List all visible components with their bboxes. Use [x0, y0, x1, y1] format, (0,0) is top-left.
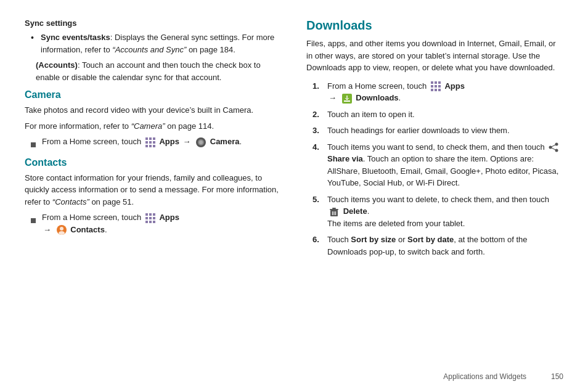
svg-rect-15	[145, 217, 148, 219]
sync-bullet-text: Sync events/tasks: Displays the General …	[41, 31, 282, 55]
step-5: 5. Touch items you want to delete, to ch…	[312, 194, 563, 230]
svg-rect-30	[431, 89, 433, 91]
step-4-num: 4.	[312, 141, 322, 189]
svg-rect-14	[153, 213, 155, 216]
step-1-text: From a Home screen, touch Apps	[327, 80, 465, 104]
svg-rect-28	[435, 85, 437, 88]
step-2: 2. Touch an item to open it.	[312, 108, 563, 121]
svg-point-11	[199, 141, 203, 144]
svg-rect-43	[332, 208, 336, 209]
step-5-text: Touch items you want to delete, to check…	[327, 194, 563, 230]
svg-rect-19	[149, 221, 152, 223]
svg-rect-1	[149, 137, 152, 140]
downloads-heading: Downloads	[306, 18, 563, 33]
apps-icon-contacts	[145, 213, 156, 224]
sync-title: Sync settings	[25, 18, 282, 28]
svg-rect-31	[435, 89, 437, 91]
camera-step: From a Home screen, touch Apps	[25, 136, 282, 151]
svg-rect-13	[149, 213, 152, 216]
apps-icon-downloads	[430, 81, 441, 92]
contacts-step: From a Home screen, touch Apps	[25, 211, 282, 235]
svg-rect-0	[145, 137, 148, 140]
step-6-text: Touch Sort by size or Sort by date, at t…	[327, 234, 563, 258]
svg-rect-24	[431, 81, 433, 84]
svg-rect-26	[438, 81, 441, 84]
camera-section: Camera Take photos and record video with…	[25, 89, 282, 151]
svg-rect-18	[145, 221, 148, 223]
svg-point-23	[59, 231, 65, 235]
camera-p2: For more information, refer to “Camera” …	[25, 120, 282, 133]
svg-rect-17	[153, 217, 155, 219]
step-2-text: Touch an item to open it.	[327, 108, 415, 121]
contacts-heading: Contacts	[25, 157, 282, 168]
svg-rect-7	[149, 145, 152, 147]
camera-heading: Camera	[25, 89, 282, 100]
camera-icon	[195, 137, 206, 148]
camera-p1: Take photos and record video with your d…	[25, 104, 282, 116]
apps-icon-camera	[145, 137, 156, 148]
svg-rect-12	[145, 213, 148, 216]
contacts-p1: Store contact information for your frien…	[25, 172, 282, 208]
svg-rect-2	[153, 137, 155, 140]
step-2-num: 2.	[312, 108, 322, 121]
delete-icon	[329, 206, 340, 218]
svg-line-39	[550, 144, 557, 147]
bullet-dot: •	[31, 31, 37, 55]
camera-instruction: From a Home screen, touch Apps	[42, 136, 242, 151]
step-5-num: 5.	[312, 194, 322, 230]
step-6: 6. Touch Sort by size or Sort by date, a…	[312, 234, 563, 258]
step-3: 3. Touch headings for earlier downloads …	[312, 125, 563, 137]
accounts-block: (Accounts): Touch an account and then to…	[25, 59, 282, 83]
svg-rect-27	[431, 85, 433, 88]
step-4: 4. Touch items you want to send, to chec…	[312, 141, 563, 189]
svg-line-40	[550, 147, 557, 150]
svg-rect-20	[153, 221, 155, 223]
svg-rect-16	[149, 217, 152, 219]
step-1-num: 1.	[312, 80, 322, 104]
square-bullet-camera	[31, 139, 36, 151]
svg-rect-29	[438, 85, 441, 88]
step-1: 1. From a Home screen, touch App	[312, 80, 563, 104]
contacts-section: Contacts Store contact information for y…	[25, 157, 282, 236]
left-column: Sync settings • Sync events/tasks: Displ…	[25, 18, 282, 374]
footer-page: 150	[551, 372, 563, 381]
share-via-icon	[548, 142, 559, 153]
svg-rect-5	[153, 141, 155, 144]
contacts-icon	[56, 224, 67, 235]
footer-label: Applications and Widgets	[443, 372, 526, 381]
svg-rect-3	[145, 141, 148, 144]
svg-rect-8	[153, 145, 155, 147]
svg-rect-42	[330, 209, 338, 210]
sync-section: Sync settings • Sync events/tasks: Displ…	[25, 18, 282, 83]
downloads-intro: Files, apps, and other items you downloa…	[306, 38, 563, 74]
step-4-text: Touch items you want to send, to check t…	[327, 141, 563, 189]
accounts-text: (Accounts): Touch an account and then to…	[36, 59, 282, 83]
svg-rect-4	[149, 141, 152, 144]
svg-rect-6	[145, 145, 148, 147]
svg-point-22	[60, 227, 63, 231]
downloads-icon	[341, 93, 353, 104]
svg-rect-25	[435, 81, 437, 84]
right-column: Downloads Files, apps, and other items y…	[306, 18, 563, 374]
sync-bullet: • Sync events/tasks: Displays the Genera…	[25, 31, 282, 55]
step-6-num: 6.	[312, 234, 322, 258]
contacts-instruction: From a Home screen, touch Apps	[42, 211, 179, 235]
svg-rect-32	[438, 89, 441, 91]
step-3-text: Touch headings for earlier downloads to …	[327, 125, 510, 137]
svg-rect-35	[344, 100, 350, 102]
step-3-num: 3.	[312, 125, 322, 137]
square-bullet-contacts	[31, 214, 36, 235]
downloads-steps: 1. From a Home screen, touch App	[306, 80, 563, 258]
footer: Applications and Widgets 150	[443, 372, 563, 381]
